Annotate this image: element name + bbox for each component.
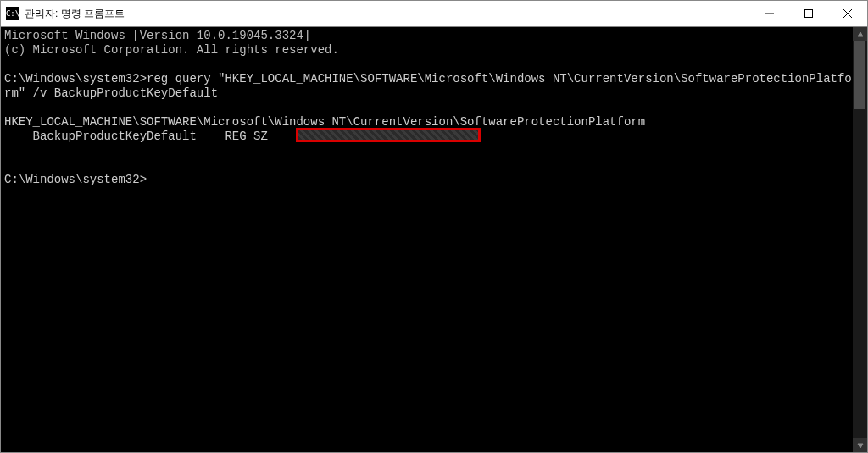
maximize-button[interactable] (789, 1, 828, 26)
copyright-line: (c) Microsoft Corporation. All rights re… (4, 43, 339, 57)
result-value-type: REG_SZ (197, 130, 268, 143)
svg-marker-4 (858, 32, 863, 36)
command-prompt-window: C:\ 관리자: 명령 프롬프트 Microsoft Windows [Vers… (0, 0, 868, 453)
client-area: Microsoft Windows [Version 10.0.19045.33… (1, 26, 867, 452)
close-button[interactable] (828, 1, 867, 26)
redacted-product-key (296, 128, 481, 142)
svg-marker-5 (858, 444, 863, 448)
cmd-icon: C:\ (6, 7, 19, 20)
prompt-1: C:\Windows\system32> (4, 72, 147, 86)
prompt-2: C:\Windows\system32> (4, 173, 147, 186)
minimize-button[interactable] (750, 1, 789, 26)
scroll-track[interactable] (853, 41, 867, 438)
scroll-down-button[interactable] (853, 438, 867, 452)
scroll-up-button[interactable] (853, 27, 867, 41)
svg-rect-1 (805, 10, 813, 18)
titlebar[interactable]: C:\ 관리자: 명령 프롬프트 (1, 1, 867, 26)
scroll-thumb[interactable] (854, 41, 865, 109)
result-value-name: BackupProductKeyDefault (4, 130, 197, 143)
version-line: Microsoft Windows [Version 10.0.19045.33… (4, 29, 310, 42)
terminal-output[interactable]: Microsoft Windows [Version 10.0.19045.33… (1, 27, 853, 452)
window-title: 관리자: 명령 프롬프트 (25, 7, 125, 21)
result-key-path: HKEY_LOCAL_MACHINE\SOFTWARE\Microsoft\Wi… (4, 115, 645, 129)
vertical-scrollbar[interactable] (853, 27, 867, 452)
